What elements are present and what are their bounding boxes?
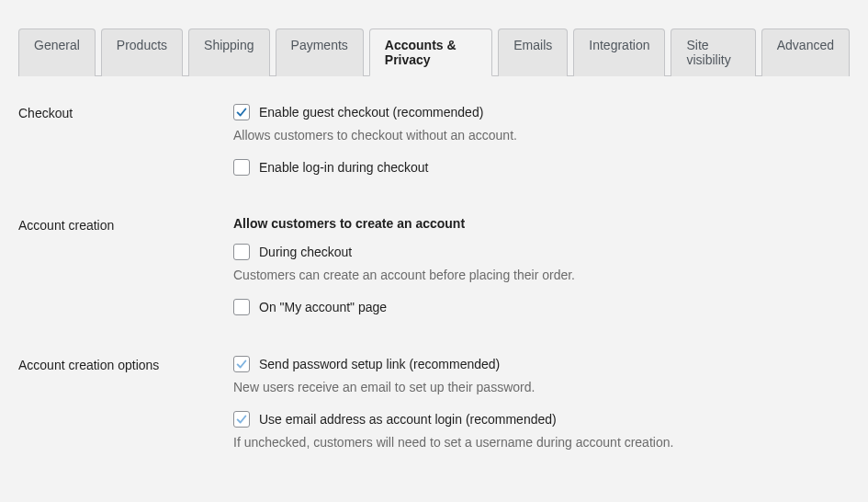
label-during-checkout[interactable]: During checkout	[259, 245, 352, 259]
section-creation-title: Account creation	[18, 216, 233, 233]
help-guest-checkout: Allows customers to checkout without an …	[233, 128, 850, 143]
section-checkout-body: Enable guest checkout (recommended) Allo…	[233, 104, 850, 179]
label-email-login[interactable]: Use email address as account login (reco…	[259, 412, 557, 427]
checkbox-login-checkout[interactable]	[233, 159, 250, 176]
field-login-checkout: Enable log-in during checkout	[233, 159, 850, 176]
check-icon	[235, 106, 248, 119]
tab-general[interactable]: General	[18, 29, 96, 76]
section-checkout-title: Checkout	[18, 104, 233, 120]
checkbox-row-email: Use email address as account login (reco…	[233, 411, 850, 428]
field-during-checkout: During checkout Customers can create an …	[233, 244, 850, 282]
label-password-link[interactable]: Send password setup link (recommended)	[259, 357, 500, 371]
tab-emails[interactable]: Emails	[498, 29, 568, 76]
field-email-login: Use email address as account login (reco…	[233, 411, 850, 450]
help-email-login: If unchecked, customers will need to set…	[233, 435, 850, 450]
checkbox-row-during: During checkout	[233, 244, 850, 260]
section-options-title: Account creation options	[18, 356, 233, 372]
tab-shipping[interactable]: Shipping	[188, 29, 270, 76]
section-creation-body: Allow customers to create an account Dur…	[233, 216, 850, 319]
tab-products[interactable]: Products	[101, 29, 183, 76]
tab-advanced[interactable]: Advanced	[761, 29, 850, 76]
tab-payments[interactable]: Payments	[276, 29, 364, 76]
label-my-account[interactable]: On "My account" page	[259, 300, 387, 314]
tab-site-visibility[interactable]: Site visibility	[671, 29, 755, 76]
tab-accounts-privacy[interactable]: Accounts & Privacy	[369, 29, 492, 76]
checkbox-during-checkout[interactable]	[233, 244, 250, 260]
section-checkout: Checkout Enable guest checkout (recommen…	[18, 104, 850, 179]
help-password-link: New users receive an email to set up the…	[233, 380, 850, 394]
tabs-container: General Products Shipping Payments Accou…	[0, 0, 868, 76]
label-guest-checkout[interactable]: Enable guest checkout (recommended)	[259, 105, 483, 120]
settings-content: Checkout Enable guest checkout (recommen…	[0, 76, 868, 502]
help-during-checkout: Customers can create an account before p…	[233, 268, 850, 282]
checkbox-password-link[interactable]	[233, 356, 250, 372]
checkbox-my-account[interactable]	[233, 299, 250, 315]
check-icon	[235, 358, 248, 371]
checkbox-row-login: Enable log-in during checkout	[233, 159, 850, 176]
section-account-creation: Account creation Allow customers to crea…	[18, 216, 850, 319]
section-options-body: Send password setup link (recommended) N…	[233, 356, 850, 466]
label-login-checkout[interactable]: Enable log-in during checkout	[259, 160, 428, 175]
field-my-account: On "My account" page	[233, 299, 850, 315]
checkbox-row-myaccount: On "My account" page	[233, 299, 850, 315]
subheading-allow-create: Allow customers to create an account	[233, 216, 850, 231]
check-icon	[235, 413, 248, 426]
field-password-link: Send password setup link (recommended) N…	[233, 356, 850, 394]
checkbox-email-login[interactable]	[233, 411, 250, 428]
field-guest-checkout: Enable guest checkout (recommended) Allo…	[233, 104, 850, 143]
checkbox-row-guest: Enable guest checkout (recommended)	[233, 104, 850, 120]
tab-integration[interactable]: Integration	[573, 29, 665, 76]
checkbox-guest-checkout[interactable]	[233, 104, 250, 120]
checkbox-row-password: Send password setup link (recommended)	[233, 356, 850, 372]
section-creation-options: Account creation options Send password s…	[18, 356, 850, 466]
settings-tabs: General Products Shipping Payments Accou…	[18, 28, 850, 76]
